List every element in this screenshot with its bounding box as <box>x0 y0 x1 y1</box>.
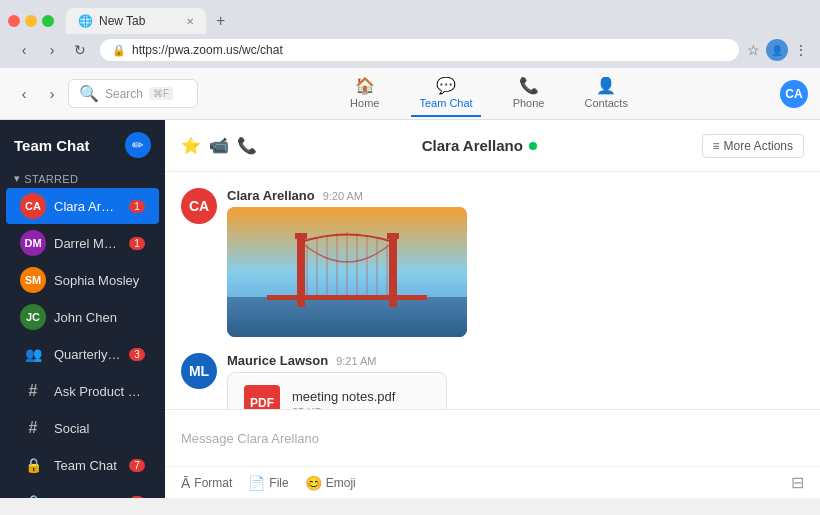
sidebar-item-finance[interactable]: 🔒 Finance 4 <box>6 484 159 498</box>
minimize-button[interactable] <box>25 15 37 27</box>
nav-forward[interactable]: › <box>40 82 64 106</box>
tab-phone[interactable]: 📞 Phone <box>505 70 553 117</box>
main-content: Team Chat ✏ ▾ STARRED CA Clara Arellano <box>0 120 820 498</box>
file-button[interactable]: 📄 File <box>248 475 288 491</box>
browser-actions: ☆ 👤 ⋮ <box>747 39 808 61</box>
caret-down-icon: ▾ <box>14 172 20 185</box>
call-icon[interactable]: 📞 <box>237 136 257 155</box>
file-label: File <box>269 476 288 490</box>
team-chat-badge: 7 <box>129 459 145 472</box>
user-avatar[interactable]: CA <box>780 80 808 108</box>
svg-rect-15 <box>387 233 399 239</box>
svg-rect-13 <box>267 295 427 300</box>
new-tab-button[interactable]: + <box>210 12 231 30</box>
sidebar: Team Chat ✏ ▾ STARRED CA Clara Arellano <box>0 120 165 498</box>
forward-button[interactable]: › <box>40 38 64 62</box>
tab-home[interactable]: 🏠 Home <box>342 70 387 117</box>
file-icon: 📄 <box>248 475 265 491</box>
nav-back[interactable]: ‹ <box>12 82 36 106</box>
menu-button[interactable]: ⋮ <box>794 42 808 58</box>
starred-label[interactable]: ▾ STARRED <box>14 172 78 185</box>
star-icon[interactable]: ⭐ <box>181 136 201 155</box>
sidebar-item-quarterly-review[interactable]: 👥 Quarterly Review 3 <box>6 336 159 372</box>
lock-icon-finance: 🔒 <box>20 489 46 498</box>
message-content-1: Clara Arellano 9:20 AM <box>227 188 804 337</box>
format-button[interactable]: Ā Format <box>181 475 232 491</box>
team-chat-name: Team Chat <box>54 458 121 473</box>
maximize-button[interactable] <box>42 15 54 27</box>
toolbar-left: Ā Format 📄 File 😊 Emoji <box>181 475 356 491</box>
darrel-name: Darrel Marquez <box>54 236 121 251</box>
clara-name: Clara Arellano <box>54 199 121 214</box>
chat-header-left: ⭐ 📹 📞 <box>181 136 257 155</box>
search-box[interactable]: 🔍 Search ⌘F <box>68 79 198 108</box>
avatar-sophia: SM <box>20 267 46 293</box>
chat-header-icons: ⭐ 📹 📞 <box>181 136 257 155</box>
tab-bar: 🌐 New Tab ✕ + <box>0 0 820 34</box>
tab-home-label: Home <box>350 97 379 109</box>
profile-avatar[interactable]: 👤 <box>766 39 788 61</box>
window-controls <box>8 15 54 27</box>
more-actions-button[interactable]: ≡ More Actions <box>702 134 804 158</box>
apd-name: Ask Product Design <box>54 384 145 399</box>
pdf-icon: PDF <box>244 385 280 409</box>
lock-icon-teamchat: 🔒 <box>20 452 46 478</box>
address-bar: ‹ › ↻ 🔒 https://pwa.zoom.us/wc/chat ☆ 👤 … <box>0 34 820 68</box>
sidebar-item-social[interactable]: # Social <box>6 410 159 446</box>
url-bar[interactable]: 🔒 https://pwa.zoom.us/wc/chat <box>100 39 739 61</box>
sidebar-title: Team Chat <box>14 137 90 154</box>
emoji-button[interactable]: 😊 Emoji <box>305 475 356 491</box>
sophia-name: Sophia Mosley <box>54 273 145 288</box>
tab-close-button[interactable]: ✕ <box>186 16 194 27</box>
url-text: https://pwa.zoom.us/wc/chat <box>132 43 283 57</box>
filter-icon[interactable]: ⊟ <box>791 473 804 492</box>
top-nav: ‹ › 🔍 Search ⌘F 🏠 Home 💬 Team Chat 📞 Pho… <box>0 68 820 120</box>
back-button[interactable]: ‹ <box>12 38 36 62</box>
video-icon[interactable]: 📹 <box>209 136 229 155</box>
sidebar-item-john-chen[interactable]: JC John Chen <box>6 299 159 335</box>
search-placeholder: Search <box>105 87 143 101</box>
tab-team-chat[interactable]: 💬 Team Chat <box>411 70 480 117</box>
close-button[interactable] <box>8 15 20 27</box>
file-attachment[interactable]: PDF meeting notes.pdf 25 KB <box>227 372 447 409</box>
message-time-1: 9:20 AM <box>323 190 363 202</box>
format-icon: Ā <box>181 475 190 491</box>
sidebar-item-sophia-mosley[interactable]: SM Sophia Mosley <box>6 262 159 298</box>
emoji-icon: 😊 <box>305 475 322 491</box>
channel-icon-social: # <box>20 415 46 441</box>
quarterly-name: Quarterly Review <box>54 347 121 362</box>
browser-chrome: 🌐 New Tab ✕ + ‹ › ↻ 🔒 https://pwa.zoom.u… <box>0 0 820 68</box>
channel-icon-apd: # <box>20 378 46 404</box>
search-shortcut: ⌘F <box>149 87 173 100</box>
contacts-icon: 👤 <box>596 76 616 95</box>
avatar-darrel: DM <box>20 230 46 256</box>
sidebar-nav: ▾ STARRED CA Clara Arellano 1 DM Darrel … <box>0 166 165 498</box>
team-chat-icon: 💬 <box>436 76 456 95</box>
nav-buttons: ‹ › ↻ <box>12 38 92 62</box>
reload-button[interactable]: ↻ <box>68 38 92 62</box>
file-info: meeting notes.pdf 25 KB <box>292 389 395 410</box>
chat-input-area: Ā Format 📄 File 😊 Emoji ⊟ <box>165 409 820 498</box>
message-time-2: 9:21 AM <box>336 355 376 367</box>
compose-button[interactable]: ✏ <box>125 132 151 158</box>
compose-icon: ✏ <box>132 137 144 153</box>
nav-search: ‹ › 🔍 Search ⌘F <box>12 79 198 108</box>
tab-title: New Tab <box>99 14 145 28</box>
bookmark-button[interactable]: ☆ <box>747 42 760 58</box>
avatar-clara: CA <box>20 193 46 219</box>
active-tab[interactable]: 🌐 New Tab ✕ <box>66 8 206 34</box>
sidebar-item-darrel-marquez[interactable]: DM Darrel Marquez 1 <box>6 225 159 261</box>
finance-name: Finance <box>54 495 121 499</box>
sidebar-item-clara-arellano[interactable]: CA Clara Arellano 1 <box>6 188 159 224</box>
avatar-message-1: CA <box>181 188 217 224</box>
search-icon: 🔍 <box>79 84 99 103</box>
file-name: meeting notes.pdf <box>292 389 395 404</box>
sidebar-item-ask-product-design[interactable]: # Ask Product Design <box>6 373 159 409</box>
message-content-2: Maurice Lawson 9:21 AM PDF meeting notes… <box>227 353 804 409</box>
avatar-message-2: ML <box>181 353 217 389</box>
chat-title: Clara Arellano <box>422 137 537 154</box>
message-sender-1: Clara Arellano <box>227 188 315 203</box>
sidebar-item-team-chat[interactable]: 🔒 Team Chat 7 <box>6 447 159 483</box>
chat-input[interactable] <box>181 420 804 456</box>
tab-contacts[interactable]: 👤 Contacts <box>576 70 635 117</box>
